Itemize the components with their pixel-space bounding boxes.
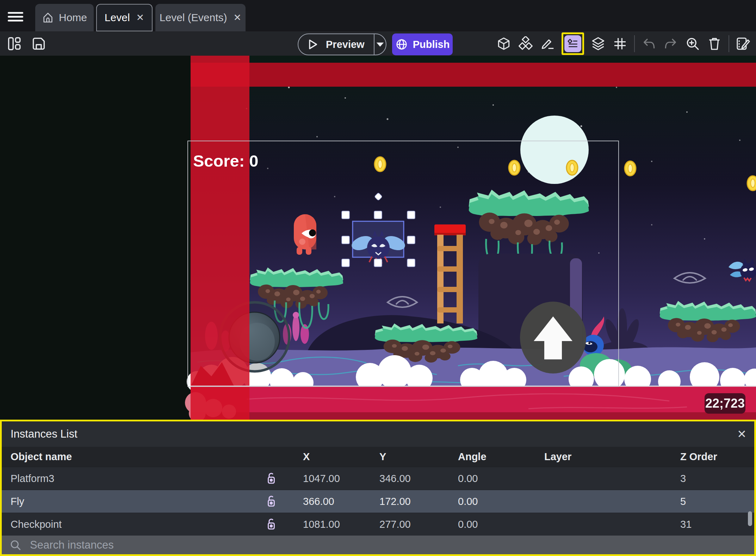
coin [509, 160, 520, 175]
moon[interactable] [520, 116, 589, 184]
cube-3d-icon[interactable] [496, 36, 512, 51]
tab-level-events-label: Level (Events) [160, 12, 227, 24]
cell-x[interactable]: 1047.00 [287, 473, 364, 484]
globe-icon [395, 38, 408, 51]
lock-open-icon[interactable] [255, 472, 287, 485]
cell-x[interactable]: 366.00 [287, 496, 364, 507]
tab-level-active[interactable]: Level ✕ [96, 4, 153, 31]
toolbar-divider [729, 35, 729, 52]
tab-level-events-close-icon[interactable]: ✕ [234, 12, 242, 23]
coords-badge: 22;723 [705, 393, 745, 414]
cell-angle[interactable]: 0.00 [442, 473, 528, 484]
col-z-order: Z Order [664, 451, 754, 463]
lock-open-icon[interactable] [255, 495, 287, 508]
scene-canvas[interactable]: Score: 0 22;723 [0, 56, 756, 420]
table-row-fly-selected[interactable]: Fly 366.00 172.00 0.00 5 [2, 490, 754, 513]
cell-z-order[interactable]: 31 [664, 519, 754, 530]
panels-layout-icon[interactable] [6, 36, 22, 51]
undo-icon[interactable] [641, 36, 657, 51]
edit-pencil-icon[interactable] [540, 36, 555, 51]
redo-icon[interactable] [663, 36, 678, 51]
lock-open-icon[interactable] [255, 518, 287, 531]
toolbar-divider [634, 35, 635, 52]
col-x: X [287, 451, 364, 463]
play-icon [308, 39, 318, 50]
cell-x[interactable]: 1081.00 [287, 519, 364, 530]
objects-stack-icon[interactable] [518, 36, 533, 51]
tab-home[interactable]: Home [35, 4, 94, 31]
player-character[interactable] [294, 214, 316, 255]
cell-name: Platform3 [11, 473, 255, 484]
tab-level-events[interactable]: Level (Events) ✕ [155, 4, 246, 31]
home-icon [42, 12, 54, 24]
coin [374, 157, 386, 172]
cell-y[interactable]: 346.00 [364, 473, 442, 484]
zoom-in-icon[interactable] [685, 36, 700, 51]
preview-button[interactable]: Preview [298, 33, 386, 55]
col-object-name: Object name [11, 451, 255, 463]
preview-divider [374, 34, 374, 55]
layers-icon[interactable] [590, 36, 606, 51]
cell-z-order[interactable]: 3 [664, 473, 754, 484]
scene-top-red-band [191, 63, 756, 87]
publish-button[interactable]: Publish [392, 33, 453, 55]
table-row-checkpoint[interactable]: Checkpoint 1081.00 277.00 0.00 31 [2, 513, 754, 536]
tab-level-close-icon[interactable]: ✕ [136, 12, 144, 23]
red-stripe-overlay [191, 56, 249, 420]
menu-hamburger-icon[interactable] [8, 10, 23, 22]
search-icon [10, 539, 21, 551]
chevron-down-icon[interactable] [376, 41, 385, 48]
search-bar [2, 536, 754, 554]
cell-z-order[interactable]: 5 [664, 496, 754, 507]
preview-label: Preview [326, 39, 365, 50]
search-instances-input[interactable] [29, 538, 594, 552]
save-icon[interactable] [31, 36, 47, 51]
coin [625, 161, 636, 176]
grid-icon[interactable] [612, 36, 628, 51]
instances-panel: Instances List ✕ Object name X Y Angle L… [0, 420, 756, 556]
instances-panel-title: Instances List [11, 428, 78, 440]
edit-scene-icon[interactable] [736, 36, 751, 51]
col-angle: Angle [442, 451, 528, 463]
cell-angle[interactable]: 0.00 [442, 496, 528, 507]
tab-home-label: Home [59, 12, 87, 24]
svg-text:22;723: 22;723 [705, 396, 745, 410]
panel-scrollbar[interactable] [748, 511, 752, 526]
tab-level-label: Level [105, 12, 130, 24]
jump-button[interactable] [520, 302, 586, 373]
table-row-platform3[interactable]: Platform3 1047.00 346.00 0.00 3 [2, 467, 754, 490]
col-layer: Layer [528, 451, 664, 463]
cell-name: Fly [11, 496, 255, 507]
tab-bar: Home Level ✕ Level (Events) ✕ [0, 0, 756, 31]
publish-label: Publish [413, 39, 450, 50]
instances-panel-close-icon[interactable]: ✕ [737, 427, 746, 441]
instances-list-icon[interactable] [564, 35, 581, 52]
coin [566, 160, 578, 175]
cell-angle[interactable]: 0.00 [442, 519, 528, 530]
score-text: Score: 0 [193, 152, 258, 170]
cell-y[interactable]: 277.00 [364, 519, 442, 530]
instances-table-header: Object name X Y Angle Layer Z Order [2, 447, 754, 467]
trash-icon[interactable] [707, 36, 722, 51]
cell-y[interactable]: 172.00 [364, 496, 442, 507]
col-y: Y [364, 451, 442, 463]
cell-name: Checkpoint [11, 519, 255, 530]
instances-list-highlight [562, 32, 584, 55]
coin [747, 176, 756, 191]
bottom-red-band [185, 387, 756, 420]
